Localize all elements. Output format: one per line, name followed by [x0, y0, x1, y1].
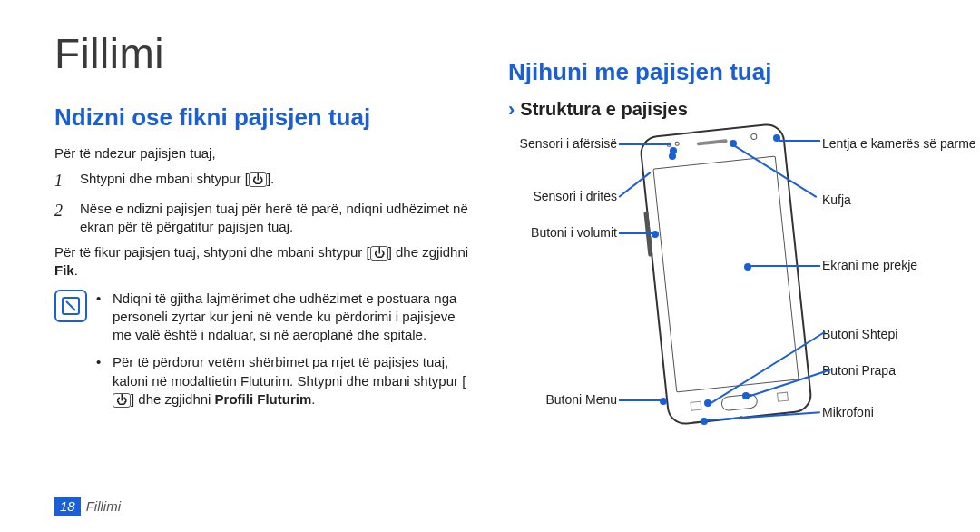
phone-home-button [720, 393, 758, 411]
callout-line [619, 232, 653, 234]
phone-back-button [777, 392, 789, 402]
turn-off-text: Për të fikur pajisjen tuaj, shtypni dhe … [54, 243, 472, 281]
label-home: Butoni Shtëpi [822, 327, 897, 342]
step-text: Nëse e ndizni pajisjen tuaj për herë të … [80, 200, 472, 237]
bullet-dot: • [96, 290, 105, 345]
footer-section-name: Fillimi [86, 498, 121, 514]
phone-menu-button [691, 401, 702, 411]
label-light: Sensori i dritës [508, 189, 617, 204]
phone-screen [652, 156, 799, 393]
phone-outline [639, 123, 814, 427]
off-text-part2: ] dhe zgjidhni [388, 244, 468, 260]
note-block: • Ndiqni të gjitha lajmërimet dhe udhëzi… [54, 290, 472, 419]
step-text-end: ]. [267, 171, 274, 186]
phone-front-camera [750, 133, 758, 141]
callout-line [779, 140, 820, 142]
callout-line [750, 265, 820, 267]
label-volume: Butoni i volumit [508, 225, 617, 241]
chevron-right-icon: › [508, 100, 514, 120]
power-icon: ⏻ [370, 246, 388, 261]
callout-point [660, 398, 667, 405]
label-text: Lentja e kamerës së parme [822, 136, 976, 151]
bullet-text: Ndiqni të gjitha lajmërimet dhe udhëzime… [113, 290, 472, 345]
intro-text: Për të ndezur pajisjen tuaj, [54, 144, 472, 163]
subsection-row: › Struktura e pajisjes [508, 99, 926, 120]
bullet-text-b: ] dhe zgjidhni [131, 391, 215, 407]
page-title: Fillimi [54, 29, 472, 78]
bullet-text-c: . [311, 391, 315, 407]
off-text-bold: Fik [54, 262, 74, 278]
label-proximity: Sensori i afërsisë [508, 136, 617, 152]
page-number: 18 [54, 497, 81, 516]
label-mic: Mikrofoni [822, 405, 874, 420]
callout-point [669, 153, 676, 160]
off-text-part1: Për të fikur pajisjen tuaj, shtypni dhe … [54, 244, 370, 260]
section-heading-device: Njihuni me pajisjen tuaj [508, 58, 926, 86]
step-2: 2 Nëse e ndizni pajisjen tuaj për herë t… [54, 200, 472, 237]
label-back: Butoni Prapa [822, 363, 896, 379]
section-heading-power: Ndizni ose fikni pajisjen tuaj [54, 103, 472, 132]
off-text-part3: . [74, 262, 78, 278]
page-footer: 18 Fillimi [54, 497, 121, 516]
callout-line [619, 399, 661, 401]
subsection-heading: Struktura e pajisjes [520, 99, 688, 120]
label-menu: Butoni Menu [508, 392, 617, 408]
note-bullet-1: • Ndiqni të gjitha lajmërimet dhe udhëzi… [96, 290, 472, 345]
bullet-text-a: Për të përdorur vetëm shërbimet pa rrjet… [113, 354, 466, 388]
phone-earpiece [697, 139, 728, 146]
note-bullet-2: • Për të përdorur vetëm shërbimet pa rrj… [96, 353, 472, 409]
step-number: 1 [54, 170, 71, 192]
power-icon: ⏻ [249, 172, 267, 187]
label-earpiece: Kufja [822, 192, 851, 208]
device-diagram: Sensori i afërsisë Sensori i dritës Buto… [508, 129, 926, 456]
label-front-cam: Lentja e kamerës së parme [822, 136, 976, 152]
step-1: 1 Shtypni dhe mbani shtypur [⏻]. [54, 170, 472, 192]
note-icon [54, 290, 87, 322]
step-text: Shtypni dhe mbani shtypur [ [80, 171, 249, 186]
bullet-dot: • [96, 353, 105, 409]
callout-line [619, 143, 671, 145]
step-number: 2 [54, 200, 71, 237]
label-screen: Ekrani me prekje [822, 258, 917, 273]
bullet-text-bold: Profili Fluturim [215, 391, 312, 407]
power-icon: ⏻ [113, 393, 131, 408]
